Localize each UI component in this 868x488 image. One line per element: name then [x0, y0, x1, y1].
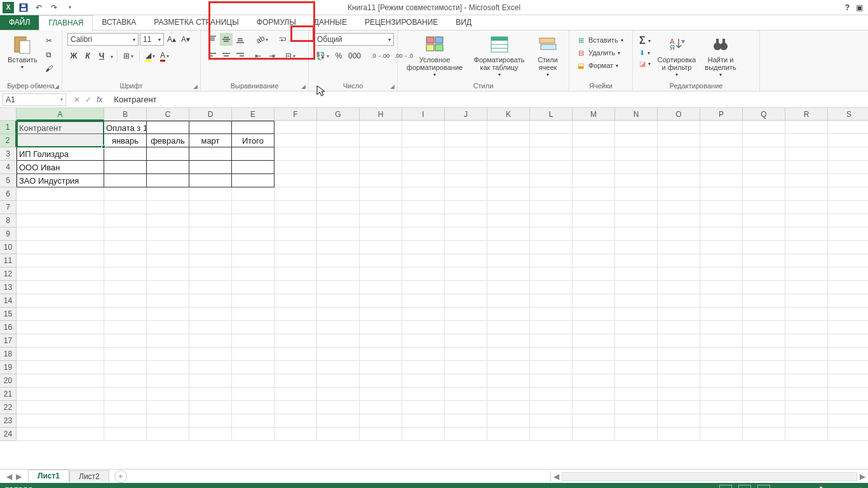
cell-N8[interactable]: [615, 214, 658, 227]
cell-C18[interactable]: [147, 348, 189, 361]
save-button[interactable]: [18, 2, 29, 13]
row-header-8[interactable]: 8: [0, 214, 17, 227]
cell-B13[interactable]: [104, 281, 147, 294]
cell-H2[interactable]: [360, 134, 402, 147]
cell-H20[interactable]: [360, 374, 402, 388]
tab-home[interactable]: ГЛАВНАЯ: [39, 15, 93, 30]
cell-E11[interactable]: [232, 254, 275, 268]
cell-H14[interactable]: [360, 294, 402, 308]
cell-Q10[interactable]: [743, 241, 785, 254]
cell-P12[interactable]: [700, 268, 743, 281]
cell-Q24[interactable]: [743, 428, 785, 441]
cell-H8[interactable]: [360, 214, 402, 227]
col-header-P[interactable]: P: [700, 108, 743, 121]
cell-N9[interactable]: [615, 227, 658, 241]
cell-J7[interactable]: [445, 201, 487, 214]
cell-K2[interactable]: [487, 134, 530, 147]
cell-S4[interactable]: [828, 161, 868, 174]
row-header-15[interactable]: 15: [0, 308, 17, 321]
cell-J19[interactable]: [445, 361, 487, 374]
cell-M5[interactable]: [573, 174, 615, 187]
cell-H19[interactable]: [360, 361, 402, 374]
cell-M13[interactable]: [573, 281, 615, 294]
cell-F16[interactable]: [275, 321, 317, 334]
row-header-7[interactable]: 7: [0, 201, 17, 214]
cell-N13[interactable]: [615, 281, 658, 294]
cell-Q9[interactable]: [743, 227, 785, 241]
cell-E17[interactable]: [232, 334, 275, 348]
cell-O7[interactable]: [658, 201, 700, 214]
cell-Q2[interactable]: [743, 134, 785, 147]
cell-C14[interactable]: [147, 294, 189, 308]
cell-F24[interactable]: [275, 428, 317, 441]
cell-M1[interactable]: [573, 121, 615, 134]
col-header-R[interactable]: R: [785, 108, 828, 121]
cell-B12[interactable]: [104, 268, 147, 281]
cell-A17[interactable]: [17, 334, 104, 348]
cell-B2[interactable]: январь: [104, 134, 147, 147]
cell-A23[interactable]: [17, 414, 104, 428]
merge-center-button[interactable]: ⊟: [283, 50, 297, 62]
insert-cells-button[interactable]: ⊞Вставить▾: [574, 34, 625, 46]
cell-E7[interactable]: [232, 201, 275, 214]
col-header-A[interactable]: A: [17, 108, 104, 121]
cell-A10[interactable]: [17, 241, 104, 254]
cell-B6[interactable]: [104, 187, 147, 201]
font-color-button[interactable]: A: [158, 50, 171, 62]
col-header-O[interactable]: O: [658, 108, 700, 121]
row-header-4[interactable]: 4: [0, 161, 17, 174]
format-cells-button[interactable]: ⬓Формат▾: [574, 60, 620, 71]
cell-B22[interactable]: [104, 401, 147, 414]
align-right-button[interactable]: [234, 50, 247, 62]
col-header-I[interactable]: I: [402, 108, 445, 121]
cell-C6[interactable]: [147, 187, 189, 201]
cell-R17[interactable]: [785, 334, 828, 348]
col-header-Q[interactable]: Q: [743, 108, 785, 121]
cell-I20[interactable]: [402, 374, 445, 388]
cell-J14[interactable]: [445, 294, 487, 308]
cell-O9[interactable]: [658, 227, 700, 241]
cell-L3[interactable]: [530, 147, 573, 161]
col-header-H[interactable]: H: [360, 108, 402, 121]
row-header-13[interactable]: 13: [0, 281, 17, 294]
cell-M18[interactable]: [573, 348, 615, 361]
cell-I4[interactable]: [402, 161, 445, 174]
cell-P7[interactable]: [700, 201, 743, 214]
cell-R18[interactable]: [785, 348, 828, 361]
cell-H15[interactable]: [360, 308, 402, 321]
cell-C24[interactable]: [147, 428, 189, 441]
cell-F8[interactable]: [275, 214, 317, 227]
cell-F21[interactable]: [275, 388, 317, 401]
row-header-14[interactable]: 14: [0, 294, 17, 308]
cell-S2[interactable]: [828, 134, 868, 147]
cell-G22[interactable]: [317, 401, 360, 414]
cell-I18[interactable]: [402, 348, 445, 361]
cell-R20[interactable]: [785, 374, 828, 388]
cell-B8[interactable]: [104, 214, 147, 227]
cell-O3[interactable]: [658, 147, 700, 161]
row-header-9[interactable]: 9: [0, 227, 17, 241]
cell-O20[interactable]: [658, 374, 700, 388]
cell-S19[interactable]: [828, 361, 868, 374]
cell-R2[interactable]: [785, 134, 828, 147]
cell-K10[interactable]: [487, 241, 530, 254]
comma-button[interactable]: 000: [346, 50, 363, 62]
cell-E3[interactable]: [232, 147, 275, 161]
cell-S22[interactable]: [828, 401, 868, 414]
cell-D1[interactable]: [189, 121, 232, 134]
cell-J10[interactable]: [445, 241, 487, 254]
cell-M2[interactable]: [573, 134, 615, 147]
cell-L21[interactable]: [530, 388, 573, 401]
cell-A4[interactable]: ООО Иван: [17, 161, 104, 174]
cell-P3[interactable]: [700, 147, 743, 161]
cell-S23[interactable]: [828, 414, 868, 428]
cell-H23[interactable]: [360, 414, 402, 428]
cell-P9[interactable]: [700, 227, 743, 241]
format-painter-button[interactable]: 🖌: [43, 62, 55, 75]
cell-H1[interactable]: [360, 121, 402, 134]
cell-E24[interactable]: [232, 428, 275, 441]
cell-A11[interactable]: [17, 254, 104, 268]
align-center-button[interactable]: [220, 50, 233, 62]
cell-S11[interactable]: [828, 254, 868, 268]
cell-R1[interactable]: [785, 121, 828, 134]
